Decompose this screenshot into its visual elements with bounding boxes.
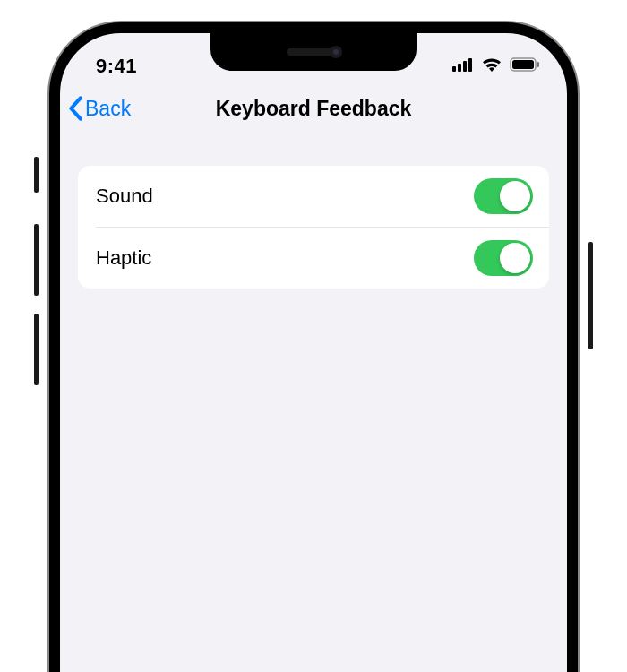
setting-label: Haptic (96, 246, 151, 270)
side-button[interactable] (588, 242, 593, 349)
setting-row-haptic: Haptic (96, 227, 549, 289)
settings-group: Sound Haptic (78, 166, 549, 289)
svg-rect-0 (452, 66, 456, 72)
setting-label: Sound (96, 185, 153, 208)
volume-up-button[interactable] (34, 224, 39, 296)
navigation-bar: Back Keyboard Feedback (60, 83, 567, 134)
svg-rect-6 (537, 62, 540, 67)
battery-icon (510, 57, 540, 75)
volume-down-button[interactable] (34, 314, 39, 385)
setting-row-sound: Sound (78, 166, 549, 227)
phone-frame: 9:41 (49, 22, 578, 672)
status-time: 9:41 (96, 55, 137, 78)
status-icons (452, 56, 540, 76)
chevron-left-icon (67, 96, 83, 121)
back-button[interactable]: Back (67, 96, 131, 121)
wifi-icon (481, 56, 502, 76)
page-title: Keyboard Feedback (216, 97, 412, 121)
toggle-knob (500, 181, 530, 211)
cellular-icon (452, 57, 474, 75)
toggle-knob (500, 243, 530, 273)
svg-rect-3 (468, 58, 472, 72)
mute-switch[interactable] (34, 157, 39, 193)
haptic-toggle[interactable] (474, 240, 533, 276)
back-label: Back (85, 97, 131, 121)
svg-rect-1 (458, 64, 461, 72)
svg-rect-5 (512, 60, 534, 69)
svg-rect-2 (463, 61, 467, 72)
sound-toggle[interactable] (474, 178, 533, 214)
notch (210, 33, 417, 71)
